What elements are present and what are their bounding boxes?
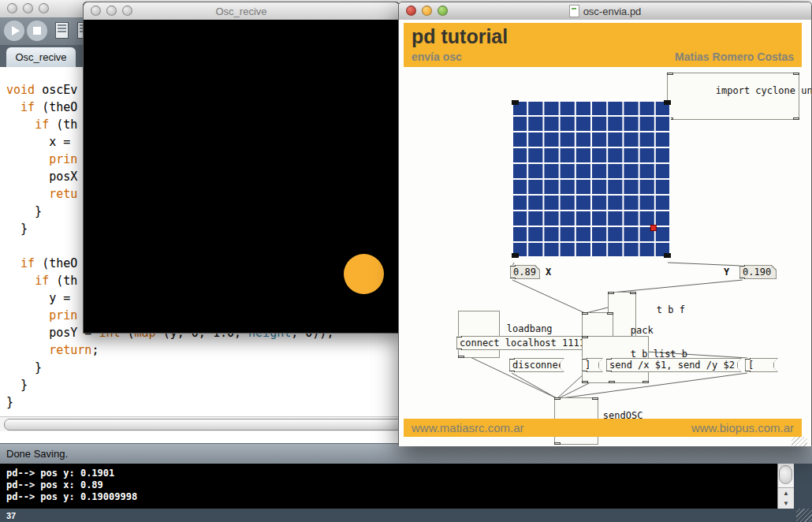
line-number-bar: 37 [0, 509, 812, 522]
pd-patch-window: osc-envia.pd [398, 2, 812, 446]
console-scrollbar[interactable]: ▲ ▼ [777, 464, 794, 509]
label-x: X [546, 267, 551, 278]
console[interactable]: pd--> pos y: 0.1901pd--> pos x: 0.89pd--… [0, 464, 794, 509]
console-scrollbar-thumb[interactable] [779, 465, 792, 484]
patch-subtitle: envía osc [412, 50, 462, 63]
console-line: pd--> pos x: 0.89 [6, 479, 794, 491]
grid-outlet-nub [664, 253, 671, 258]
tab-label: Osc_recive [15, 51, 66, 63]
sketch-window-controls [91, 6, 132, 16]
tab-osc-recive[interactable]: Osc_recive [6, 47, 76, 67]
number-box-x[interactable]: 0.89 [510, 265, 540, 279]
screen: Osc_recive void oscEv if (theO if (th x … [0, 0, 812, 522]
console-line: pd--> pos y: 0.19009998 [6, 491, 794, 503]
grid-inlet-nub [664, 100, 671, 105]
document-icon [569, 5, 579, 17]
zoom-button[interactable] [39, 3, 49, 13]
stop-button[interactable] [27, 21, 47, 41]
zoom-button[interactable] [122, 6, 132, 16]
console-right-margin [794, 464, 812, 509]
footer-url-left: www.matiasrc.com.ar [412, 421, 524, 434]
scroll-down-icon[interactable]: ▼ [778, 498, 794, 509]
pd-resize-grip[interactable] [792, 437, 807, 446]
close-button[interactable] [91, 6, 101, 16]
processing-window-controls [7, 3, 49, 13]
window-resize-grip[interactable] [796, 509, 812, 522]
grid-inlet-nub [512, 100, 519, 105]
sketch-window: Osc_recive [83, 2, 400, 334]
pd-titlebar[interactable]: osc-envia.pd [399, 2, 811, 21]
close-button[interactable] [7, 3, 17, 13]
sketch-window-title: Osc_recive [215, 6, 266, 17]
minimize-button[interactable] [422, 6, 432, 16]
number-box-y[interactable]: 0.190 [739, 265, 777, 279]
object-import-cyclone[interactable]: import cyclone unauthorized [667, 73, 799, 120]
message-open-bracket[interactable]: [ [745, 358, 778, 372]
grid-marker [650, 226, 656, 231]
sketch-canvas[interactable] [84, 20, 399, 333]
run-button[interactable] [4, 21, 24, 41]
grid-outlet-nub [512, 253, 519, 258]
scroll-up-icon[interactable]: ▲ [778, 488, 794, 498]
orange-ball [344, 254, 384, 294]
patch-footer: www.matiasrc.com.ar www.biopus.com.ar [404, 419, 802, 437]
pd-canvas[interactable]: pd tutorial envía osc Matias Romero Cost… [399, 20, 811, 446]
minimize-button[interactable] [106, 6, 117, 16]
xy-grid[interactable] [512, 100, 671, 258]
console-line: pd--> pos y: 0.1901 [6, 468, 794, 479]
play-icon [12, 26, 20, 35]
console-scrollbar-arrows: ▲ ▼ [778, 487, 794, 509]
object-loadbang[interactable]: loadbang [458, 311, 500, 358]
message-disconnect[interactable]: disconnect [509, 358, 564, 372]
patch-header: pd tutorial envía osc Matias Romero Cost… [404, 23, 802, 67]
patch-title: pd tutorial [412, 25, 508, 48]
stop-icon [33, 27, 41, 35]
current-line-number: 37 [6, 511, 16, 520]
footer-url-right: www.biopus.com.ar [691, 421, 794, 434]
sketch-titlebar[interactable]: Osc_recive [84, 2, 399, 21]
message-send-xy[interactable]: send /x $1, send /y $2 [606, 358, 742, 372]
patch-author: Matias Romero Costas [675, 50, 794, 63]
zoom-button[interactable] [438, 6, 448, 16]
pd-window-title: osc-envia.pd [583, 6, 642, 17]
label-y: Y [724, 267, 729, 278]
message-connect[interactable]: connect localhost 11111 [456, 336, 590, 350]
pd-window-controls [406, 6, 448, 16]
close-button[interactable] [406, 6, 416, 16]
status-text: Done Saving. [6, 448, 68, 460]
minimize-button[interactable] [23, 3, 33, 13]
new-sketch-button[interactable] [55, 22, 69, 39]
